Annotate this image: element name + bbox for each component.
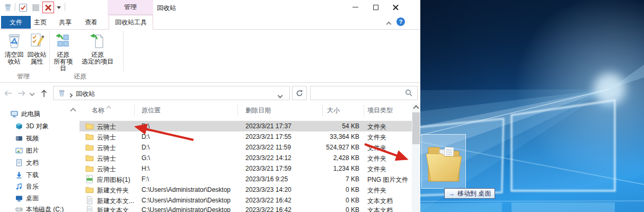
search-icon[interactable]: [405, 89, 413, 99]
cell-date: 2023/3/22 11:59: [245, 144, 320, 151]
sidebar-item-desktop[interactable]: 桌面: [15, 193, 39, 204]
maximize-button[interactable]: [367, 1, 384, 13]
chevron-right-icon[interactable]: [69, 91, 72, 99]
title-bar: 管理 回收站: [0, 0, 420, 15]
table-row[interactable]: 云骑士 D:\ 2023/3/22 11:59 524,927 KB 文件夹: [80, 142, 412, 153]
cell-location: H:\: [142, 165, 246, 172]
table-row[interactable]: 新建文本文... C:\Users\Administrator\Desktop …: [80, 195, 412, 206]
recent-locations-icon[interactable]: [28, 87, 36, 99]
cell-size: 7 KB: [321, 175, 359, 183]
column-header-type[interactable]: 项目类型: [367, 106, 393, 115]
recycle-bin-icon[interactable]: [3, 2, 13, 13]
cell-size: 524,927 KB: [321, 144, 359, 151]
cell-type: 文本文档: [367, 206, 411, 212]
minimize-button[interactable]: [347, 1, 364, 13]
cell-date: 2023/3/22 16:42: [245, 197, 320, 204]
videos-icon: [15, 135, 23, 142]
cell-date: 2023/3/23 14:20: [245, 186, 320, 193]
cell-name: 新建文本文: [97, 206, 136, 212]
scroll-up-icon[interactable]: [412, 103, 420, 112]
music-icon: [15, 183, 23, 190]
file-menu-button[interactable]: 文件: [1, 16, 31, 29]
collapse-ribbon-icon[interactable]: [387, 20, 391, 28]
restore-selected-items-button[interactable]: 还原 选定的项目: [76, 32, 119, 65]
address-input[interactable]: 回收站: [53, 86, 290, 100]
cell-date: 2023/3/22 14:12: [245, 154, 320, 162]
png-image-icon: [85, 175, 94, 185]
folder-icon: [85, 143, 94, 153]
column-divider[interactable]: [134, 104, 135, 116]
column-divider[interactable]: [322, 104, 323, 116]
empty-recycle-bin-button[interactable]: 清空回 收站: [3, 32, 25, 65]
sidebar-item-label: 3D 对象: [26, 122, 49, 131]
cell-type: 文件夹: [367, 144, 411, 153]
column-header-location[interactable]: 原位置: [142, 106, 161, 115]
checkmark-icon[interactable]: [17, 2, 28, 13]
sidebar-item-videos[interactable]: 视频: [15, 133, 39, 144]
cell-date: 2023/3/21 17:59: [245, 165, 320, 172]
sidebar-scroll-up-icon[interactable]: [69, 107, 77, 114]
sidebar-item-local-disk-c[interactable]: 本地磁盘 (C:): [15, 204, 64, 212]
table-row[interactable]: 云骑士 D:\ 2023/3/21 17:37 54 KB 文件夹: [80, 121, 412, 131]
list-scrollbar[interactable]: [412, 103, 420, 212]
breadcrumb[interactable]: 回收站: [76, 90, 95, 99]
restore-all-items-button[interactable]: 还原 所有项目: [51, 32, 75, 72]
tab-home[interactable]: 主页: [30, 16, 51, 29]
table-row[interactable]: 云骑士 H:\ 2023/3/21 17:59 1,234 KB 文件夹: [80, 163, 412, 174]
cell-location: D:\: [142, 144, 246, 151]
dropdown-arrow-icon[interactable]: [55, 2, 63, 13]
column-header-name[interactable]: 名称: [92, 106, 104, 115]
sidebar-item-3d-objects[interactable]: 3D 对象: [15, 121, 49, 131]
refresh-button[interactable]: [292, 86, 307, 100]
table-row[interactable]: 新建文本文 C:\Users\Administrator\Desktop 202…: [80, 205, 412, 212]
search-field[interactable]: [310, 86, 418, 100]
sidebar-item-label: 下载: [26, 171, 39, 180]
cell-type: 文件夹: [367, 122, 411, 131]
column-header-date-deleted[interactable]: 删除日期: [245, 106, 271, 115]
folder-icon: [85, 122, 94, 132]
contextual-tab-label: 管理: [124, 3, 137, 12]
close-button[interactable]: [387, 1, 404, 13]
tab-share[interactable]: 共享: [55, 16, 76, 29]
cell-name: 云骑士: [97, 165, 136, 174]
sidebar-item-pictures[interactable]: 图片: [15, 145, 39, 156]
text-document-icon: [85, 206, 94, 212]
main-content: 此电脑 3D 对象 视频 图片 文档: [0, 103, 420, 212]
table-row[interactable]: 新建文件夹 C:\Users\Administrator\Desktop 202…: [80, 184, 412, 195]
sidebar-item-music[interactable]: 音乐: [15, 181, 39, 192]
tooltip-text: 移动到 桌面: [457, 189, 491, 198]
address-dropdown-icon[interactable]: [278, 92, 282, 99]
dragged-folder-icon[interactable]: [425, 137, 463, 187]
scrollbar-thumb[interactable]: [412, 112, 420, 144]
folder-icon: [85, 186, 94, 196]
desktop-icon: [15, 195, 23, 202]
table-row[interactable]: 云骑士 G:\ 2023/3/22 14:12 2,428 KB 文件夹: [80, 153, 412, 163]
folder-icon: [85, 164, 94, 174]
up-icon[interactable]: [38, 87, 50, 99]
tab-view[interactable]: 查看: [81, 16, 102, 29]
help-icon[interactable]: ?: [396, 17, 405, 26]
desktop[interactable]: → 移动到 桌面: [420, 0, 644, 212]
sidebar-item-downloads[interactable]: 下载: [15, 170, 39, 180]
sidebar-item-label: 视频: [26, 134, 39, 143]
contextual-tab-manage[interactable]: 管理: [108, 0, 153, 15]
table-row[interactable]: 应用图标(1) F:\ 2023/3/16 9:25 7 KB PNG 图片文件: [80, 174, 412, 184]
sidebar-item-label: 此电脑: [21, 110, 40, 119]
3d-objects-icon: [15, 122, 23, 130]
back-icon[interactable]: [2, 87, 14, 99]
cell-location: F:\: [142, 175, 246, 183]
column-header-size[interactable]: 大小: [327, 106, 340, 115]
search-input[interactable]: [313, 87, 404, 99]
sidebar-item-documents[interactable]: 文档: [15, 157, 39, 168]
table-row[interactable]: 云骑士 D:\ 2023/3/21 17:55 33,364 KB 文件夹: [80, 131, 412, 142]
sidebar-item-this-pc[interactable]: 此电脑: [11, 109, 40, 119]
column-divider[interactable]: [364, 104, 364, 116]
disabled-block-icon[interactable]: [30, 2, 41, 13]
column-divider[interactable]: [237, 104, 238, 116]
ribbon: 清空回 收站 回收站 属性 还原 所有项目: [0, 30, 420, 83]
recycle-bin-icon: [58, 89, 66, 99]
delete-x-icon[interactable]: [42, 2, 54, 13]
forward-icon[interactable]: [16, 87, 28, 99]
recycle-bin-properties-button[interactable]: 回收站 属性: [25, 32, 48, 65]
tab-recycle-bin-tools[interactable]: 回收站工具: [109, 15, 153, 30]
